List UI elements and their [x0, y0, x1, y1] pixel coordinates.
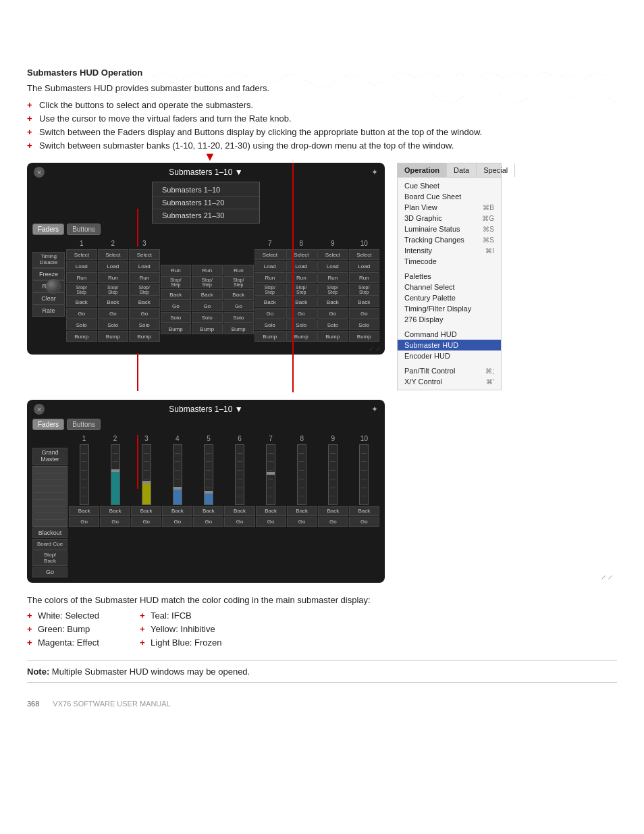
submenu-dropdown[interactable]: Submasters 1–10 Submasters 11–20 Submast… — [152, 182, 260, 224]
load-1[interactable]: Load — [66, 261, 97, 271]
go-f-9[interactable]: Go — [318, 517, 348, 527]
load-8[interactable]: Load — [286, 261, 317, 271]
back-f-1[interactable]: Back — [69, 506, 99, 516]
stop-step-7[interactable]: Stop/Step — [254, 284, 286, 296]
tab-data[interactable]: Data — [447, 163, 477, 177]
menu-luminaire-status[interactable]: Luminaire Status ⌘S — [398, 224, 501, 234]
solo-7[interactable]: Solo — [254, 319, 286, 330]
solo-6[interactable]: Solo — [223, 312, 254, 323]
grand-master-fader[interactable] — [32, 466, 68, 527]
stop-step-2[interactable]: Stop/Step — [98, 284, 129, 296]
back-5[interactable]: Back — [192, 289, 223, 300]
load-2[interactable]: Load — [98, 261, 129, 271]
go-f-6[interactable]: Go — [224, 517, 254, 527]
run-3[interactable]: Run — [129, 272, 160, 283]
run-5[interactable]: Run — [192, 265, 223, 276]
fader-2[interactable] — [111, 444, 120, 505]
menu-channel-select[interactable]: Channel Select — [398, 282, 501, 292]
resize-handle[interactable]: ⟋⟋ — [368, 345, 381, 353]
select-9[interactable]: Select — [317, 249, 348, 260]
menu-palettes[interactable]: Palettes — [398, 271, 501, 282]
stop-step-3[interactable]: Stop/Step — [129, 284, 160, 296]
solo-5[interactable]: Solo — [192, 312, 223, 323]
go-1[interactable]: Go — [66, 308, 97, 319]
go-7[interactable]: Go — [254, 308, 286, 319]
solo-2[interactable]: Solo — [98, 319, 129, 330]
back-f-5[interactable]: Back — [193, 506, 223, 516]
menu-timecode[interactable]: Timecode — [398, 256, 501, 267]
bump-2[interactable]: Bump — [98, 331, 129, 342]
run-9[interactable]: Run — [317, 272, 348, 283]
go-f-2[interactable]: Go — [100, 517, 130, 527]
submenu-item-1-10[interactable]: Submasters 1–10 — [153, 184, 259, 197]
bump-8[interactable]: Bump — [286, 331, 317, 342]
bump-5[interactable]: Bump — [192, 323, 223, 334]
bump-9[interactable]: Bump — [317, 331, 348, 342]
fader-resize-handle[interactable]: ⟋⟋ — [600, 573, 614, 581]
select-10[interactable]: Select — [349, 249, 380, 260]
run-2[interactable]: Run — [98, 272, 129, 283]
go-f-10[interactable]: Go — [349, 517, 379, 527]
bump-6[interactable]: Bump — [223, 323, 254, 334]
menu-timing-filter[interactable]: Timing/Filter Display — [398, 303, 501, 314]
load-3[interactable]: Load — [129, 261, 160, 271]
select-7[interactable]: Select — [254, 249, 286, 260]
back-4[interactable]: Back — [161, 289, 192, 300]
stop-step-9[interactable]: Stop/Step — [317, 284, 348, 296]
run-10[interactable]: Run — [349, 272, 380, 283]
back-3[interactable]: Back — [129, 296, 160, 307]
tab-faders[interactable]: Faders — [32, 224, 64, 235]
menu-board-cue-sheet[interactable]: Board Cue Sheet — [398, 191, 501, 202]
submenu-item-21-30[interactable]: Submasters 21–30 — [153, 209, 259, 221]
bump-4[interactable]: Bump — [161, 323, 192, 334]
fader-6[interactable] — [235, 444, 244, 505]
menu-plan-view[interactable]: Plan View ⌘B — [398, 202, 501, 213]
bump-7[interactable]: Bump — [254, 331, 286, 342]
go-9[interactable]: Go — [317, 308, 348, 319]
solo-1[interactable]: Solo — [66, 319, 97, 330]
menu-encoder-hud[interactable]: Encoder HUD — [398, 350, 501, 361]
fader-10[interactable] — [359, 444, 369, 505]
bump-3[interactable]: Bump — [129, 331, 160, 342]
go-f-5[interactable]: Go — [193, 517, 223, 527]
go-f-3[interactable]: Go — [131, 517, 161, 527]
fader-tab-faders[interactable]: Faders — [32, 419, 64, 430]
stop-step-6[interactable]: Stop/Step — [223, 276, 254, 288]
go-2[interactable]: Go — [98, 308, 129, 319]
menu-command-hud[interactable]: Command HUD — [398, 329, 501, 340]
menu-submaster-hud[interactable]: Submaster HUD — [398, 340, 501, 350]
fader-close-button[interactable]: ✕ — [34, 404, 45, 415]
solo-4[interactable]: Solo — [161, 312, 192, 323]
menu-tracking-changes[interactable]: Tracking Changes ⌘S — [398, 234, 501, 245]
go-f-8[interactable]: Go — [287, 517, 317, 527]
back-7[interactable]: Back — [254, 296, 286, 307]
stop-step-8[interactable]: Stop/Step — [286, 284, 317, 296]
back-1[interactable]: Back — [66, 296, 97, 307]
back-2[interactable]: Back — [98, 296, 129, 307]
submenu-item-11-20[interactable]: Submasters 11–20 — [153, 197, 259, 209]
tab-operation[interactable]: Operation — [398, 163, 447, 177]
menu-pan-tilt[interactable]: Pan/Tilt Control ⌘; — [398, 365, 501, 376]
fader-pin-button[interactable]: ✦ — [371, 405, 378, 414]
go-f-1[interactable]: Go — [69, 517, 99, 527]
back-f-4[interactable]: Back — [162, 506, 192, 516]
back-8[interactable]: Back — [286, 296, 317, 307]
back-9[interactable]: Back — [317, 296, 348, 307]
back-f-8[interactable]: Back — [287, 506, 317, 516]
select-3[interactable]: Select — [129, 249, 160, 260]
go-6[interactable]: Go — [223, 301, 254, 311]
tab-special[interactable]: Special — [477, 163, 515, 177]
fader-8[interactable] — [297, 444, 306, 505]
solo-10[interactable]: Solo — [349, 319, 380, 330]
fader-tab-buttons[interactable]: Buttons — [67, 419, 101, 430]
bump-10[interactable]: Bump — [349, 331, 380, 342]
back-f-3[interactable]: Back — [131, 506, 161, 516]
solo-8[interactable]: Solo — [286, 319, 317, 330]
stop-step-4[interactable]: Stop/Step — [161, 276, 192, 288]
menu-3d-graphic[interactable]: 3D Graphic ⌘G — [398, 213, 501, 224]
load-10[interactable]: Load — [349, 261, 380, 271]
run-8[interactable]: Run — [286, 272, 317, 283]
fader-4[interactable] — [173, 444, 182, 505]
select-8[interactable]: Select — [286, 249, 317, 260]
run-7[interactable]: Run — [254, 272, 286, 283]
